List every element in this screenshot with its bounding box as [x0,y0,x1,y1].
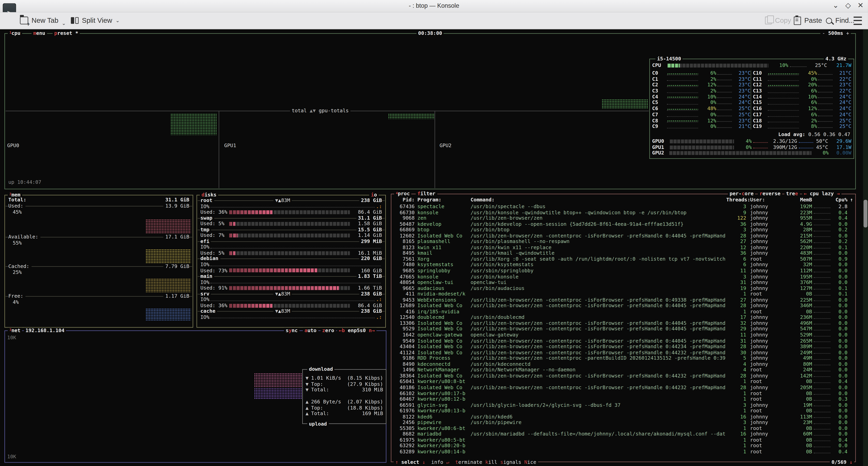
preset-control[interactable]: preset * [53,31,80,36]
paste-button[interactable]: Paste [794,12,822,29]
footer-action[interactable] [449,460,455,465]
process-row[interactable]: 43404 Isolated Web Co /usr/lib/zen-brows… [393,344,853,349]
disk-name-row[interactable]: debian 220 GiB [200,256,382,261]
footer-action[interactable] [482,460,485,465]
footer-action[interactable]: erminate [458,460,482,465]
disk-name-row[interactable]: swap 31.1 GiB [200,215,382,221]
process-row[interactable]: 8682 mariadbd /usr/sbin/mariadbd --defau… [393,431,853,437]
proc-box-title[interactable]: 4proc [394,191,412,196]
net-zero-toggle[interactable]: zero [320,328,336,333]
process-row[interactable]: 2456 pipewire /usr/bin/pipewire 3 johnny… [393,420,853,426]
process-row[interactable]: 63292 kworker/u80:20-b 1 root 0B 0.0 [393,443,853,449]
proc-footer-actions[interactable]: ↑ select ↓ info ↵ terminate kill signals… [394,460,538,465]
process-row[interactable]: 48054 openclaw-tui openclaw-tui 31 johnn… [393,280,853,285]
filter-control[interactable]: filter [416,191,437,196]
net-next-button[interactable]: n→ [369,328,375,333]
sort-prev-button[interactable]: ← [804,191,807,196]
process-row[interactable]: 38364 Isolated Web Co /usr/lib/zen-brows… [393,373,853,379]
scrollbar-thumb[interactable] [864,200,868,227]
process-row[interactable]: 8490 kdeconnectd /usr/bin/kdeconnectd 4 … [393,361,853,367]
net-sync-toggle[interactable]: sync [284,328,299,333]
footer-action[interactable] [425,460,431,465]
process-row[interactable]: 7480 ksystemstats /usr/bin/ksystemstats … [393,262,853,268]
process-row[interactable]: 40186 Isolated Web Co /usr/lib/zen-brows… [393,384,853,390]
process-row[interactable]: 8165 plasmashell /usr/bin/plasmashell --… [393,239,853,244]
copy-button[interactable]: Copy [765,12,791,29]
process-row[interactable]: 12602 Isolated Web Co /usr/lib/zen-brows… [393,233,853,239]
find-button[interactable]: Find... [826,12,855,29]
cpu-box-title[interactable]: 1cpu [8,31,22,36]
footer-action[interactable]: t [455,460,458,465]
process-row[interactable]: 12689 Isolated Web Co /usr/lib/zen-brows… [393,303,853,309]
new-tab-button[interactable]: New Tab ⌄ [20,12,66,29]
footer-action[interactable]: ↓ [422,460,425,465]
footer-action[interactable] [497,460,500,465]
process-row[interactable]: 55305 kworker/u80:6-bt 1 root 0B 0.0 [393,426,853,431]
split-view-button[interactable]: Split View ⌄ [71,12,120,29]
col-mem[interactable]: MemB [784,197,812,203]
close-button[interactable]: ✕ [858,1,863,9]
disk-name-row[interactable]: cache ▼▲83M 238 GiB [200,309,382,314]
footer-action[interactable]: ↑ [395,460,398,465]
footer-action[interactable]: ignals [503,460,521,465]
footer-action[interactable]: s [500,460,503,465]
process-row[interactable]: 1642 openclaw-gatewa openclaw-gateway 11… [393,332,853,338]
disk-name-row[interactable]: root ▼▲83M 238 GiB [200,198,382,204]
disks-box-title[interactable]: disks [200,192,218,198]
process-row[interactable]: 66102 kworker/u80:17-b 1 root 0B 0.0 [393,391,853,396]
col-command[interactable]: Command: [470,197,726,203]
col-cpu[interactable]: Cpu% [832,197,847,203]
menu-control[interactable]: menu [31,31,47,36]
disk-name-row[interactable]: tmp 15.5 GiB [200,227,382,232]
cpu-graph-mode[interactable]: total ▲▼ gpu-totals [290,108,350,114]
process-row[interactable]: 67436 spectacle /usr/bin/spectacle --dbu… [393,204,853,209]
process-row[interactable]: 66591 glycin-svg /usr/lib/glycin-loaders… [393,402,853,408]
footer-action[interactable]: ↵ [446,460,449,465]
process-row[interactable]: 66730 konsole /usr/bin/konsole -qwindowt… [393,210,853,215]
tree-toggle[interactable]: tree [784,191,800,196]
net-prev-button[interactable]: ←b [339,328,345,333]
process-row[interactable]: 50487 kdevelop /usr/bin/kdevelop --open-… [393,221,853,227]
interval-minus-button[interactable]: - [822,31,825,36]
process-row[interactable]: 8123 kwin_x11 /usr/bin/kwin_x11 --replac… [393,245,853,250]
process-row[interactable]: 9665 audacious /usr/bin/audacious 19 joh… [393,285,853,291]
disks-io-toggle[interactable]: io [369,192,378,198]
sort-arrow-icon[interactable]: ↑ [847,197,853,203]
disk-name-row[interactable]: srv ▼▲83M 238 GiB [200,291,382,297]
footer-action[interactable]: ill [488,460,497,465]
process-row[interactable]: 9186 RDD Process /usr/lib/zen-browser/ze… [393,355,853,361]
reverse-toggle[interactable]: reverse [758,191,782,196]
footer-action[interactable]: info [431,460,446,465]
process-row[interactable]: 8122 kded6 /usr/bin/kded6 16 johnny 113M… [393,414,853,420]
maximize-button[interactable]: ◇ [845,1,851,9]
process-row[interactable]: 9453 WebExtensions /usr/lib/zen-browser/… [393,297,853,303]
col-pid[interactable]: Pid: [393,197,414,203]
process-row[interactable]: 61976 kworker/u80:13-b 1 root 0B 0.0 [393,408,853,414]
process-row[interactable]: 8495 kmail /usr/bin/kmail -qwindowtitle … [393,250,853,256]
col-program[interactable]: Program: [417,197,470,203]
menu-button[interactable] [854,12,862,29]
process-row[interactable]: 9068 zen /usr/lib/zen-browser/zen 122 jo… [393,215,853,221]
process-row[interactable]: 41124 Isolated Web Co /usr/lib/zen-brows… [393,349,853,355]
process-row[interactable]: 47665 konsole /usr/bin/konsole 3 johnny … [393,274,853,279]
process-row[interactable]: 9529 Isolated Web Co /usr/lib/zen-browse… [393,326,853,332]
process-row[interactable]: 65041 kworker/u80:8-bt 1 root 0B 0.4 [393,379,853,384]
process-row[interactable]: 411 nvidia-modeset/k 1 root 0B 0.1 [393,291,853,297]
footer-action[interactable]: select [398,460,422,465]
process-row[interactable]: 13306 Isolated Web Co /usr/lib/zen-brows… [393,320,853,326]
process-row[interactable]: 66869 btop /usr/bin/btop 3 johnny 28M 0.… [393,227,853,233]
footer-action[interactable]: k [485,460,488,465]
process-row[interactable]: 416 irq/185-nvidia 1 root 0B 0.0 [393,309,853,314]
process-row[interactable]: 9549 Isolated Web Co /usr/lib/zen-browse… [393,338,853,344]
per-core-toggle[interactable]: per-core [728,191,755,196]
process-row[interactable]: 1496 NetworkManager /usr/bin/NetworkMana… [393,367,853,373]
process-row[interactable]: 9685 springlobby /usr/sbin/springlobby 1… [393,268,853,274]
process-row[interactable]: 63289 kworker/u80:14-b 1 root 0B 0.4 [393,449,853,455]
col-threads[interactable]: Threads: [726,197,746,203]
footer-action[interactable] [521,460,524,465]
process-row[interactable]: 12540 doublecmd /usr/bin/doublecmd 17 jo… [393,314,853,320]
net-auto-toggle[interactable]: auto [303,328,318,333]
mem-box-title[interactable]: 2mem [8,192,22,198]
col-user[interactable]: User: [750,197,784,203]
process-row[interactable]: 61975 kworker/u80:5-bt 1 root 0B 0.4 [393,437,853,443]
